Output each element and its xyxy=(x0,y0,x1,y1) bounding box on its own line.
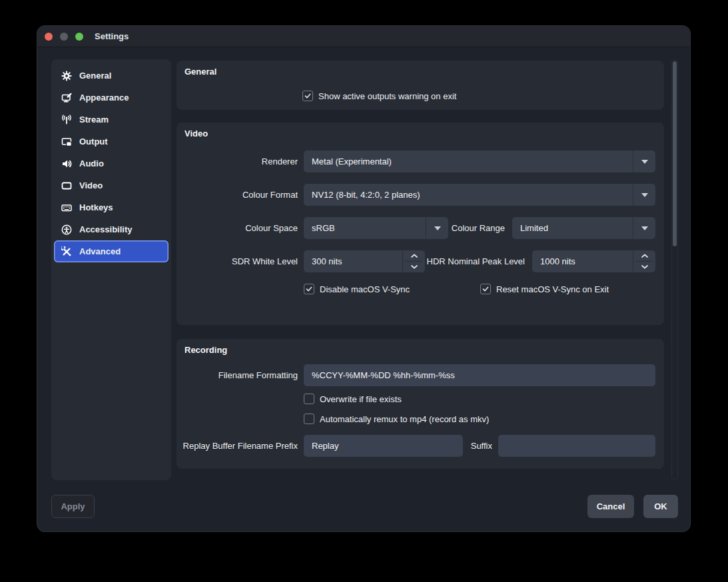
section-title: Recording xyxy=(184,345,227,355)
checkbox-label: Show active outputs warning on exit xyxy=(318,91,456,101)
hdr-nominal-peak-level-value: 1000 nits xyxy=(540,250,629,272)
filename-formatting-field xyxy=(304,364,655,386)
colour-range-label: Colour Range xyxy=(394,217,505,239)
checkbox-box xyxy=(304,284,314,294)
hdr-nominal-peak-level-label: HDR Nominal Peak Level xyxy=(405,250,525,272)
chevron-down-icon xyxy=(633,184,655,206)
zoom-button[interactable] xyxy=(75,33,83,41)
sidebar-item-accessibility[interactable]: Accessibility xyxy=(54,218,169,240)
sidebar-item-general[interactable]: General xyxy=(54,65,169,87)
filename-formatting-input[interactable] xyxy=(312,364,650,386)
scrollbar-thumb[interactable] xyxy=(673,61,677,246)
checkbox-label: Disable macOS V-Sync xyxy=(320,284,410,294)
sdr-white-level-label: SDR White Level xyxy=(177,250,298,272)
sidebar-item-label: Hotkeys xyxy=(79,202,113,212)
ok-button[interactable]: OK xyxy=(643,495,678,518)
sidebar-item-video[interactable]: Video xyxy=(54,174,169,196)
checkbox-label: Overwrite if file exists xyxy=(320,394,402,404)
sidebar-item-label: Advanced xyxy=(79,246,121,256)
sidebar-item-label: Audio xyxy=(79,158,104,168)
show-active-outputs-checkbox[interactable]: Show active outputs warning on exit xyxy=(302,90,456,102)
title-bar: Settings xyxy=(37,26,690,47)
checkbox-label: Reset macOS V-Sync on Exit xyxy=(496,284,609,294)
window-title: Settings xyxy=(95,26,129,47)
check-icon xyxy=(304,92,312,100)
appearance-icon xyxy=(61,93,72,103)
apply-button[interactable]: Apply xyxy=(51,495,95,518)
renderer-dropdown[interactable]: Metal (Experimental) xyxy=(304,150,655,172)
auto-remux-checkbox[interactable]: Automatically remux to mp4 (record as mk… xyxy=(304,413,489,425)
replay-prefix-input[interactable] xyxy=(312,435,458,457)
section-title: General xyxy=(184,67,216,77)
filename-formatting-label: Filename Formatting xyxy=(177,364,298,386)
spinner-up-icon[interactable] xyxy=(633,250,655,261)
minimize-button[interactable] xyxy=(60,33,68,41)
colour-format-label: Colour Format xyxy=(177,184,298,206)
checkbox-box xyxy=(480,284,491,294)
advanced-icon xyxy=(61,246,72,257)
stream-icon xyxy=(61,115,72,125)
renderer-label: Renderer xyxy=(177,150,298,172)
overwrite-checkbox[interactable]: Overwrite if file exists xyxy=(304,393,402,405)
accessibility-icon xyxy=(61,224,72,235)
gear-icon xyxy=(61,71,72,81)
audio-icon xyxy=(61,158,72,169)
colour-space-label: Colour Space xyxy=(177,217,298,239)
settings-window: Settings General Appearance xyxy=(37,25,691,532)
colour-format-dropdown[interactable]: NV12 (8-bit, 4:2:0, 2 planes) xyxy=(304,184,655,206)
hotkeys-icon xyxy=(61,202,72,213)
colour-range-value: Limited xyxy=(520,217,629,239)
replay-suffix-label: Suffix xyxy=(439,435,492,457)
sidebar-item-label: Stream xyxy=(79,115,109,125)
sidebar-item-appearance[interactable]: Appearance xyxy=(54,87,169,109)
reset-vsync-checkbox[interactable]: Reset macOS V-Sync on Exit xyxy=(480,283,609,295)
sidebar-item-advanced[interactable]: Advanced xyxy=(54,240,169,262)
checkbox-label: Automatically remux to mp4 (record as mk… xyxy=(320,414,489,424)
settings-sidebar: General Appearance Stream xyxy=(51,59,171,480)
scrollbar-track[interactable] xyxy=(671,59,678,480)
sidebar-item-label: Output xyxy=(79,137,108,146)
output-icon xyxy=(61,137,72,147)
sidebar-item-audio[interactable]: Audio xyxy=(54,152,169,174)
section-title: Video xyxy=(184,129,208,139)
chevron-down-icon xyxy=(633,217,655,239)
sidebar-item-output[interactable]: Output xyxy=(54,131,169,152)
sidebar-item-hotkeys[interactable]: Hotkeys xyxy=(54,196,169,218)
sidebar-item-stream[interactable]: Stream xyxy=(54,109,169,131)
close-button[interactable] xyxy=(45,33,53,41)
section-video: Video Renderer Metal (Experimental) Colo… xyxy=(177,123,664,325)
colour-format-value: NV12 (8-bit, 4:2:0, 2 planes) xyxy=(312,184,629,206)
spinner-down-icon[interactable] xyxy=(633,262,655,272)
check-icon xyxy=(305,285,313,293)
section-general: General Show active outputs warning on e… xyxy=(177,61,664,110)
checkbox-box xyxy=(304,394,314,404)
check-icon xyxy=(482,285,490,293)
renderer-value: Metal (Experimental) xyxy=(312,150,629,172)
colour-range-dropdown[interactable]: Limited xyxy=(512,217,655,239)
replay-suffix-field xyxy=(498,435,655,457)
sidebar-item-label: General xyxy=(79,71,111,81)
sidebar-item-label: Accessibility xyxy=(79,224,133,234)
hdr-nominal-peak-level-spinner[interactable]: 1000 nits xyxy=(532,250,655,272)
cancel-button[interactable]: Cancel xyxy=(587,495,634,518)
disable-vsync-checkbox[interactable]: Disable macOS V-Sync xyxy=(304,283,410,295)
chevron-down-icon xyxy=(633,150,655,172)
replay-prefix-label: Replay Buffer Filename Prefix xyxy=(177,435,298,457)
replay-suffix-input[interactable] xyxy=(506,435,650,457)
sidebar-item-label: Video xyxy=(79,180,103,190)
checkbox-box xyxy=(302,91,313,101)
sidebar-item-label: Appearance xyxy=(79,93,129,103)
section-recording: Recording Filename Formatting Overwrite … xyxy=(177,339,664,469)
video-icon xyxy=(61,180,72,191)
checkbox-box xyxy=(304,414,314,424)
sdr-white-level-value: 300 nits xyxy=(312,250,398,272)
